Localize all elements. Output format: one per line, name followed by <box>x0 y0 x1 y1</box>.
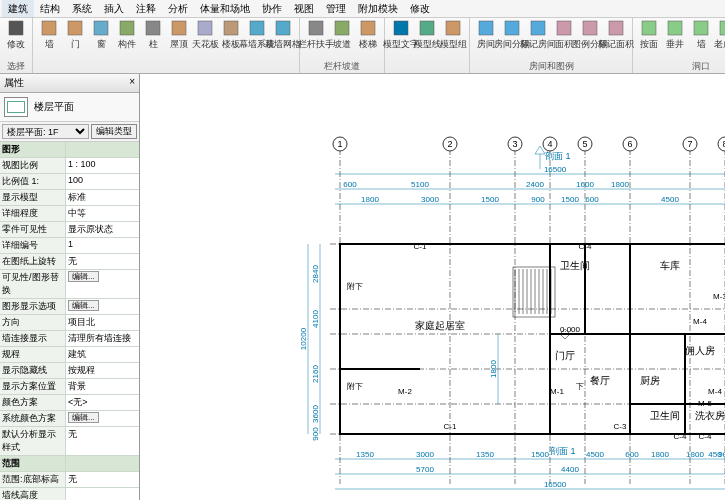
prop-value[interactable]: 背景 <box>66 379 139 394</box>
prop-row[interactable]: 零件可见性显示原状态 <box>0 222 139 238</box>
svg-text:1500: 1500 <box>531 450 549 459</box>
prop-row[interactable]: 详细程度中等 <box>0 206 139 222</box>
prop-value[interactable]: 无 <box>66 427 139 455</box>
room-tag-button[interactable]: 标记房间 <box>526 19 550 51</box>
svg-rect-11 <box>309 21 323 35</box>
prop-value[interactable]: 1 <box>66 238 139 253</box>
menu-2[interactable]: 系统 <box>66 0 98 17</box>
edit-button[interactable]: 编辑... <box>68 300 99 311</box>
svg-rect-23 <box>642 21 656 35</box>
column-button[interactable]: 柱 <box>141 19 165 51</box>
modify-button[interactable]: 修改 <box>4 19 28 51</box>
railing-button[interactable]: 栏杆扶手 <box>304 19 328 51</box>
ceiling-button[interactable]: 天花板 <box>193 19 217 51</box>
prop-value[interactable]: 1 : 100 <box>66 158 139 173</box>
prop-row[interactable]: 可见性/图形替换编辑... <box>0 270 139 299</box>
menu-1[interactable]: 结构 <box>34 0 66 17</box>
menu-10[interactable]: 附加模块 <box>352 0 404 17</box>
prop-row[interactable]: 视图比例1 : 100 <box>0 158 139 174</box>
svg-text:16500: 16500 <box>544 480 567 489</box>
wall-button[interactable]: 墙 <box>37 19 61 51</box>
prop-row[interactable]: 图形显示选项编辑... <box>0 299 139 315</box>
type-label: 楼层平面 <box>34 100 74 114</box>
prop-value[interactable]: 无 <box>66 472 139 487</box>
prop-value[interactable]: 显示原状态 <box>66 222 139 237</box>
ramp-button[interactable]: 坡道 <box>330 19 354 51</box>
prop-row[interactable]: 默认分析显示样式无 <box>0 427 139 456</box>
svg-text:M-4: M-4 <box>693 317 707 326</box>
prop-value[interactable]: 建筑 <box>66 347 139 362</box>
vertical-button[interactable]: 老虎窗 <box>715 19 725 51</box>
svg-text:2: 2 <box>447 139 452 149</box>
close-icon[interactable]: × <box>129 76 135 90</box>
menu-7[interactable]: 协作 <box>256 0 288 17</box>
prop-value[interactable]: 清理所有墙连接 <box>66 331 139 346</box>
prop-value[interactable]: 100 <box>66 174 139 189</box>
prop-value[interactable]: 按规程 <box>66 363 139 378</box>
menu-9[interactable]: 管理 <box>320 0 352 17</box>
svg-text:C-3: C-3 <box>614 422 627 431</box>
prop-row[interactable]: 规程建筑 <box>0 347 139 363</box>
prop-value[interactable]: 编辑... <box>66 270 139 298</box>
prop-value[interactable]: 编辑... <box>66 411 139 426</box>
prop-key: 比例值 1: <box>0 174 66 189</box>
prop-row[interactable]: 方向项目北 <box>0 315 139 331</box>
prop-value[interactable] <box>66 488 139 500</box>
prop-value[interactable]: 标准 <box>66 190 139 205</box>
prop-value[interactable]: <无> <box>66 395 139 410</box>
properties-title: 属性 <box>4 76 24 90</box>
model-group-button[interactable]: 模型组 <box>441 19 465 51</box>
prop-row[interactable]: 显示模型标准 <box>0 190 139 206</box>
svg-text:900: 900 <box>718 450 725 459</box>
svg-rect-9 <box>250 21 264 35</box>
edit-type-button[interactable]: 编辑类型 <box>91 124 137 139</box>
edit-button[interactable]: 编辑... <box>68 412 99 423</box>
prop-row[interactable]: 显示隐藏线按规程 <box>0 363 139 379</box>
prop-row[interactable]: 范围:底部标高无 <box>0 472 139 488</box>
roof-button[interactable]: 屋顶 <box>167 19 191 51</box>
menu-11[interactable]: 修改 <box>404 0 436 17</box>
svg-text:附下: 附下 <box>347 282 363 291</box>
shaft-button[interactable]: 垂井 <box>663 19 687 51</box>
component-button[interactable]: 构件 <box>115 19 139 51</box>
prop-value[interactable]: 无 <box>66 254 139 269</box>
vertical-icon <box>718 19 725 37</box>
properties-type-selector[interactable]: 楼层平面 <box>0 93 139 122</box>
menu-4[interactable]: 注释 <box>130 0 162 17</box>
wall-open-button[interactable]: 墙 <box>689 19 713 51</box>
room-icon <box>477 19 495 37</box>
menu-6[interactable]: 体量和场地 <box>194 0 256 17</box>
prop-row[interactable]: 墙线高度 <box>0 488 139 500</box>
door-button[interactable]: 门 <box>63 19 87 51</box>
instance-selector[interactable]: 楼层平面: 1F <box>2 124 89 139</box>
prop-row[interactable]: 详细编号1 <box>0 238 139 254</box>
prop-value[interactable]: 编辑... <box>66 299 139 314</box>
ribbon-group-label: 栏杆坡道 <box>300 60 384 73</box>
prop-row[interactable]: 在图纸上旋转无 <box>0 254 139 270</box>
menu-5[interactable]: 分析 <box>162 0 194 17</box>
prop-row[interactable]: 比例值 1:100 <box>0 174 139 190</box>
model-line-icon <box>418 19 436 37</box>
prop-row[interactable]: 墙连接显示清理所有墙连接 <box>0 331 139 347</box>
area-tag-button[interactable]: 标记面积 <box>604 19 628 51</box>
menu-8[interactable]: 视图 <box>288 0 320 17</box>
prop-row[interactable]: 颜色方案<无> <box>0 395 139 411</box>
svg-text:M-1: M-1 <box>550 387 564 396</box>
stair-button[interactable]: 楼梯 <box>356 19 380 51</box>
edit-button[interactable]: 编辑... <box>68 271 99 282</box>
prop-row[interactable]: 显示方案位置背景 <box>0 379 139 395</box>
prop-key: 范围:底部标高 <box>0 472 66 487</box>
drawing-canvas[interactable]: 123456789FEDCBA剖面 1剖面 10.000家庭起居室卫生间车库门厅… <box>140 74 725 500</box>
menu-3[interactable]: 插入 <box>98 0 130 17</box>
model-text-button[interactable]: 模型文字 <box>389 19 413 51</box>
prop-value[interactable]: 中等 <box>66 206 139 221</box>
model-line-button[interactable]: 模型线 <box>415 19 439 51</box>
svg-text:1350: 1350 <box>476 450 494 459</box>
prop-row[interactable]: 系统颜色方案编辑... <box>0 411 139 427</box>
prop-value[interactable]: 项目北 <box>66 315 139 330</box>
menu-0[interactable]: 建筑 <box>2 0 34 17</box>
curtain-grid-button[interactable]: 幕墙网格 <box>271 19 295 51</box>
by-face-button[interactable]: 按面 <box>637 19 661 51</box>
window-button[interactable]: 窗 <box>89 19 113 51</box>
stair-icon <box>359 19 377 37</box>
